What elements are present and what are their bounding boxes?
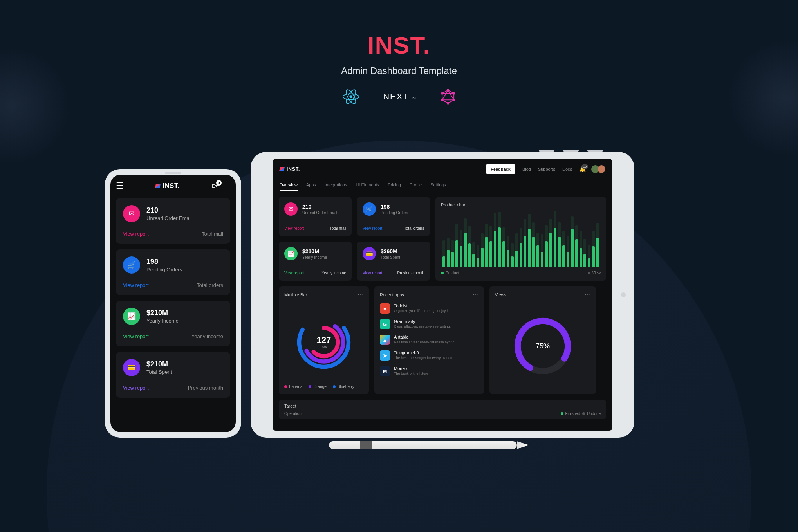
target-operation: Operation bbox=[284, 411, 302, 416]
tab-overview[interactable]: Overview bbox=[280, 179, 298, 191]
svg-point-8 bbox=[441, 99, 443, 101]
cart-icon: 🛒 bbox=[363, 202, 376, 216]
app-icon: ≡ bbox=[380, 303, 390, 314]
tab-settings[interactable]: Settings bbox=[430, 179, 446, 191]
tab-ui-elements[interactable]: UI Elements bbox=[356, 179, 379, 191]
tab-profile[interactable]: Profile bbox=[410, 179, 422, 191]
stat-label: Yearly Income bbox=[146, 318, 179, 324]
phone-stat-card: 💳$210MTotal SpentView reportPrevious mon… bbox=[116, 352, 230, 398]
legend-view: View bbox=[588, 271, 601, 275]
target-legend: Finished Undone bbox=[561, 411, 601, 416]
brand-mark-icon bbox=[279, 167, 285, 171]
view-report-link[interactable]: View report bbox=[123, 282, 149, 288]
stat-total-spent: 💳$260MTotal Spent View reportPrevious mo… bbox=[357, 242, 430, 281]
view-report-link[interactable]: View report bbox=[284, 226, 304, 231]
more-icon[interactable]: ⋯ bbox=[224, 183, 230, 189]
tablet-screen: INST. Feedback Blog Supports Docs 🔔10 Ov… bbox=[273, 159, 612, 431]
bg-glow-left bbox=[0, 47, 70, 164]
bar-chart bbox=[441, 211, 601, 267]
tablet-tabs: Overview Apps Integrations UI Elements P… bbox=[273, 179, 612, 191]
hero-section: INST. Admin Dashboard Template NEXT.JS bbox=[341, 31, 457, 105]
app-desc: Realtime spreadsheet-database hybrid bbox=[394, 340, 455, 344]
app-row[interactable]: ▲AirtableRealtime spreadsheet-database h… bbox=[380, 335, 478, 345]
notification-bell-icon[interactable]: 🔔10 bbox=[579, 166, 586, 172]
card-title: Recent apps bbox=[380, 292, 404, 297]
stat-value: $210M bbox=[302, 248, 327, 254]
view-report-link[interactable]: View report bbox=[284, 271, 304, 275]
tablet-hw-buttons bbox=[539, 150, 603, 152]
multiple-bar-card: Multiple Bar⋯ 127Total Banana Orange Blu… bbox=[279, 286, 369, 394]
svg-point-6 bbox=[453, 99, 455, 101]
app-desc: The bank of the future bbox=[394, 371, 428, 375]
chart-title: Product chart bbox=[441, 202, 601, 207]
app-icon: G bbox=[380, 319, 390, 329]
app-row[interactable]: ≡TodoistOrganize your life. Then go enjo… bbox=[380, 303, 478, 314]
stat-value: 198 bbox=[381, 204, 408, 210]
product-chart-card: Product chart Product View bbox=[435, 197, 606, 281]
stat-yearly-income: 📈$210MYearly Income View reportYearly in… bbox=[279, 242, 352, 281]
tablet-device: INST. Feedback Blog Supports Docs 🔔10 Ov… bbox=[251, 152, 634, 438]
more-icon[interactable]: ⋯ bbox=[473, 292, 478, 298]
app-icon: ➤ bbox=[380, 350, 390, 361]
stat-icon: 📈 bbox=[123, 308, 140, 325]
donut-value: 127 bbox=[317, 335, 331, 345]
stat-label: Yearly Income bbox=[302, 255, 327, 260]
app-name: Todoist bbox=[394, 303, 450, 308]
view-report-link[interactable]: View report bbox=[123, 231, 149, 237]
app-name: Telegram 4.0 bbox=[394, 350, 455, 355]
feedback-button[interactable]: Feedback bbox=[486, 164, 515, 174]
stat-value: $210M bbox=[146, 360, 172, 368]
shopping-bag-icon[interactable]: 🛍0 bbox=[212, 182, 219, 190]
tech-logos: NEXT.JS bbox=[341, 88, 457, 105]
app-desc: Clear, effective, mistake-free writing. bbox=[394, 325, 451, 328]
brand-logo[interactable]: INST. bbox=[155, 182, 180, 189]
menu-icon[interactable]: ☰ bbox=[116, 181, 124, 191]
app-row[interactable]: GGrammarlyClear, effective, mistake-free… bbox=[380, 319, 478, 329]
svg-point-7 bbox=[447, 102, 449, 105]
view-report-link[interactable]: View report bbox=[363, 226, 382, 231]
phone-stat-card: 🛒198Pending OrdersView reportTotal order… bbox=[116, 249, 230, 295]
more-icon[interactable]: ⋯ bbox=[357, 292, 363, 298]
nav-supports[interactable]: Supports bbox=[538, 167, 555, 171]
brand-logo[interactable]: INST. bbox=[280, 166, 300, 172]
views-percent: 75% bbox=[536, 342, 550, 350]
app-row[interactable]: MMonzoThe bank of the future bbox=[380, 366, 478, 376]
stat-right: Previous month bbox=[188, 385, 223, 391]
view-report-link[interactable]: View report bbox=[123, 334, 149, 339]
svg-point-9 bbox=[441, 92, 443, 95]
view-report-link[interactable]: View report bbox=[123, 385, 149, 391]
app-icon: ▲ bbox=[380, 335, 390, 345]
stat-label: Total Spent bbox=[381, 255, 400, 260]
legend-orange: Orange bbox=[309, 384, 326, 389]
stat-label: Pending Orders bbox=[146, 267, 182, 272]
nav-docs[interactable]: Docs bbox=[562, 167, 572, 171]
nextjs-logo: NEXT.JS bbox=[383, 92, 417, 102]
view-report-link[interactable]: View report bbox=[363, 271, 382, 275]
legend-blueberry: Blueberry bbox=[333, 384, 354, 389]
nav-blog[interactable]: Blog bbox=[522, 167, 531, 171]
tablet-header: INST. Feedback Blog Supports Docs 🔔10 bbox=[273, 159, 612, 179]
tab-pricing[interactable]: Pricing bbox=[388, 179, 401, 191]
tab-apps[interactable]: Apps bbox=[306, 179, 316, 191]
svg-point-5 bbox=[453, 92, 455, 95]
svg-point-3 bbox=[349, 95, 352, 98]
phone-stat-card: 📈$210MYearly IncomeView reportYearly inc… bbox=[116, 301, 230, 346]
app-name: Monzo bbox=[394, 366, 428, 371]
recent-apps-card: Recent apps⋯ ≡TodoistOrganize your life.… bbox=[374, 286, 484, 394]
stat-unread-email: ✉210Unread Order Email View reportTotal … bbox=[279, 197, 352, 236]
chart-up-icon: 📈 bbox=[284, 247, 298, 260]
user-avatars[interactable] bbox=[593, 165, 605, 173]
card-title: Views bbox=[495, 292, 506, 297]
stylus-pencil bbox=[329, 441, 517, 449]
app-desc: The best messenger for every platform bbox=[394, 356, 455, 360]
stat-right: Previous month bbox=[397, 271, 424, 275]
stat-right: Total orders bbox=[197, 282, 223, 288]
app-row[interactable]: ➤Telegram 4.0The best messenger for ever… bbox=[380, 350, 478, 361]
target-card: Target Operation Finished Undone bbox=[279, 400, 606, 419]
mail-icon: ✉ bbox=[284, 202, 298, 216]
stat-value: 210 bbox=[302, 204, 337, 210]
tab-integrations[interactable]: Integrations bbox=[325, 179, 347, 191]
stat-icon: 🛒 bbox=[123, 256, 140, 274]
more-icon[interactable]: ⋯ bbox=[585, 292, 590, 298]
svg-point-4 bbox=[447, 89, 449, 91]
